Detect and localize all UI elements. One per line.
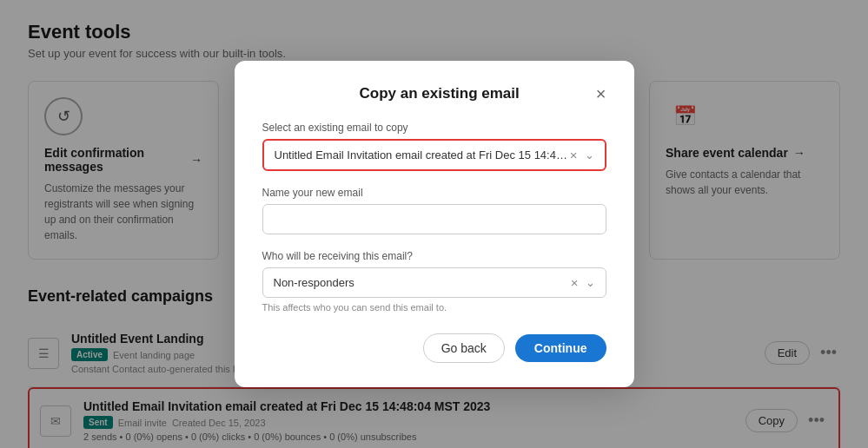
select-email-group: Select an existing email to copy Untitle… [262,122,606,171]
modal-overlay: Copy an existing email × Select an exist… [0,0,868,448]
recipient-select-box[interactable]: Non-responders × ⌄ [262,267,606,298]
recipient-chevron-icon[interactable]: ⌄ [586,277,595,288]
recipient-group: Who will be receiving this email? Non-re… [262,250,606,313]
name-email-label: Name your new email [262,187,606,199]
name-email-input[interactable] [262,204,606,234]
modal-close-button[interactable]: × [596,85,606,102]
recipient-selected-text: Non-responders [274,276,571,289]
copy-email-modal: Copy an existing email × Select an exist… [235,61,634,387]
modal-title: Copy an existing email [283,85,596,102]
select-email-container[interactable]: Untitled Email Invitation email created … [262,139,606,171]
recipient-label: Who will be receiving this email? [262,250,606,262]
selected-email-text: Untitled Email Invitation email created … [275,148,570,161]
recipient-select-value: Non-responders × ⌄ [263,268,606,297]
recipient-clear-icon[interactable]: × [571,276,579,289]
select-email-label: Select an existing email to copy [262,122,606,134]
modal-header: Copy an existing email × [262,85,606,102]
recipient-select-icons: × ⌄ [571,276,595,289]
select-email-chevron-icon[interactable]: ⌄ [585,149,594,161]
modal-footer: Go back Continue [262,333,606,363]
recipient-hint: This affects who you can send this email… [262,302,606,313]
go-back-button[interactable]: Go back [423,333,505,363]
continue-button[interactable]: Continue [515,334,606,362]
name-email-group: Name your new email [262,187,606,234]
select-email-value: Untitled Email Invitation email created … [264,141,605,169]
select-email-icons: × ⌄ [570,148,594,161]
select-email-clear-icon[interactable]: × [570,148,578,161]
